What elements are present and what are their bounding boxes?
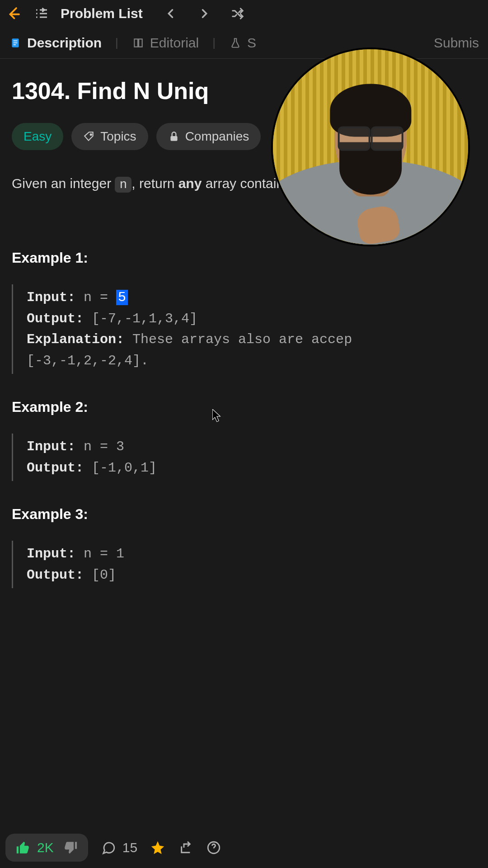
selected-text: 5 bbox=[116, 290, 128, 305]
tab-editorial-label: Editorial bbox=[150, 35, 199, 51]
difficulty-chip[interactable]: Easy bbox=[12, 123, 63, 150]
svg-rect-5 bbox=[170, 136, 177, 141]
difficulty-label: Easy bbox=[23, 129, 52, 144]
favorite-button[interactable] bbox=[150, 840, 165, 855]
tab-description-label: Description bbox=[27, 35, 102, 51]
star-icon bbox=[150, 840, 165, 855]
dislike-button[interactable] bbox=[63, 840, 78, 855]
example-block: Example 1: Input: n = 5 Output: [-7,-1,1… bbox=[12, 250, 476, 374]
comments-count: 15 bbox=[122, 840, 137, 855]
vote-pill: 2K bbox=[5, 834, 88, 862]
example-output-row: Output: [-1,0,1] bbox=[27, 458, 476, 479]
example-block: Example 2: Input: n = 3 Output: [-1,0,1] bbox=[12, 399, 476, 481]
thumbs-up-icon bbox=[15, 840, 31, 855]
share-icon bbox=[178, 840, 193, 855]
example-output-row: Output: [0] bbox=[27, 565, 476, 586]
nav-group bbox=[161, 4, 248, 24]
tab-submissions-label: Submis bbox=[434, 35, 479, 51]
top-bar: Problem List bbox=[0, 0, 488, 27]
help-button[interactable] bbox=[206, 840, 221, 855]
tab-solutions-label: S bbox=[247, 35, 256, 51]
companies-chip[interactable]: Companies bbox=[156, 123, 261, 150]
leetcode-logo-icon[interactable] bbox=[5, 5, 23, 23]
example-title: Example 1: bbox=[12, 250, 476, 266]
example-input-row: Input: n = 1 bbox=[27, 543, 476, 565]
example-input-row: Input: n = 3 bbox=[27, 436, 476, 458]
problem-list-label[interactable]: Problem List bbox=[61, 6, 143, 21]
share-button[interactable] bbox=[178, 840, 193, 855]
comments-button[interactable]: 15 bbox=[101, 840, 137, 855]
tab-editorial[interactable]: Editorial bbox=[132, 35, 199, 51]
tab-divider: | bbox=[212, 36, 216, 50]
example-body: Input: n = 3 Output: [-1,0,1] bbox=[12, 434, 476, 481]
example-body: Input: n = 5 Output: [-7,-1,1,3,4] Expla… bbox=[12, 284, 476, 374]
comment-icon bbox=[101, 840, 116, 855]
example-explanation-row: Explanation: These arrays also are accep bbox=[27, 329, 476, 350]
svg-rect-1 bbox=[14, 40, 18, 41]
example-block: Example 3: Input: n = 1 Output: [0] bbox=[12, 506, 476, 588]
lock-icon bbox=[168, 131, 180, 142]
tab-description[interactable]: Description bbox=[9, 35, 102, 51]
example-title: Example 2: bbox=[12, 399, 476, 415]
like-button[interactable]: 2K bbox=[15, 840, 54, 855]
like-count: 2K bbox=[37, 840, 54, 855]
example-body: Input: n = 1 Output: [0] bbox=[12, 541, 476, 588]
topics-chip[interactable]: Topics bbox=[71, 123, 148, 150]
example-title: Example 3: bbox=[12, 506, 476, 523]
svg-rect-3 bbox=[14, 44, 16, 45]
thumbs-down-icon bbox=[63, 840, 78, 855]
next-problem-button[interactable] bbox=[194, 4, 214, 24]
svg-point-4 bbox=[90, 134, 92, 135]
flask-icon bbox=[229, 37, 242, 49]
example-input-row: Input: n = 5 bbox=[27, 287, 476, 308]
tab-solutions[interactable]: S bbox=[229, 35, 256, 51]
tag-icon bbox=[83, 131, 95, 142]
help-icon bbox=[206, 840, 221, 855]
shuffle-button[interactable] bbox=[228, 4, 248, 24]
problem-list-menu-icon[interactable] bbox=[32, 4, 52, 24]
example-output-row: Output: [-7,-1,1,3,4] bbox=[27, 308, 476, 330]
tab-divider: | bbox=[115, 36, 118, 50]
code-inline: n bbox=[115, 177, 131, 193]
document-icon bbox=[9, 37, 22, 49]
tab-submissions[interactable]: Submis bbox=[434, 35, 479, 51]
topics-label: Topics bbox=[100, 129, 136, 144]
footer-bar: 2K 15 bbox=[0, 827, 488, 868]
example-explanation-row-2: [-3,-1,2,-2,4]. bbox=[27, 350, 476, 372]
companies-label: Companies bbox=[185, 129, 249, 144]
book-icon bbox=[132, 37, 145, 49]
prev-problem-button[interactable] bbox=[161, 4, 181, 24]
presenter-avatar bbox=[271, 47, 470, 246]
svg-rect-2 bbox=[14, 42, 18, 43]
tab-bar: Description | Editorial | S Submis bbox=[0, 27, 488, 59]
